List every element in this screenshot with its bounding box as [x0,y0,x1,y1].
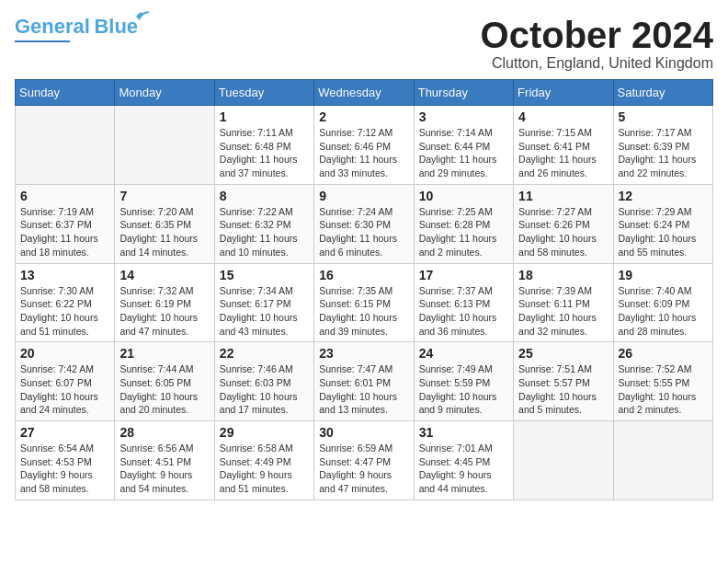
day-info: Sunrise: 7:17 AMSunset: 6:39 PMDaylight:… [619,126,708,180]
calendar-day-cell: 12Sunrise: 7:29 AMSunset: 6:24 PMDayligh… [613,184,712,263]
day-info: Sunrise: 7:15 AMSunset: 6:41 PMDaylight:… [518,126,608,180]
calendar-day-cell: 16Sunrise: 7:35 AMSunset: 6:15 PMDayligh… [314,263,414,342]
day-number: 13 [20,268,109,282]
day-info: Sunrise: 7:35 AMSunset: 6:15 PMDaylight:… [319,284,408,339]
day-number: 12 [619,189,708,203]
day-number: 8 [220,189,309,203]
calendar-day-cell: 22Sunrise: 7:46 AMSunset: 6:03 PMDayligh… [214,342,313,421]
calendar-day-cell: 3Sunrise: 7:14 AMSunset: 6:44 PMDaylight… [414,106,513,185]
weekday-header-wednesday: Wednesday [314,80,414,106]
calendar-table: SundayMondayTuesdayWednesdayThursdayFrid… [15,79,713,500]
day-number: 5 [619,109,708,124]
calendar-week-row: 6Sunrise: 7:19 AMSunset: 6:37 PMDaylight… [16,184,713,263]
day-info: Sunrise: 7:47 AMSunset: 6:01 PMDaylight:… [319,362,408,417]
calendar-day-cell: 17Sunrise: 7:37 AMSunset: 6:13 PMDayligh… [414,263,513,342]
day-number: 30 [319,425,408,440]
day-number: 16 [319,268,408,282]
day-number: 11 [518,189,608,203]
day-number: 1 [220,109,309,124]
day-info: Sunrise: 6:59 AMSunset: 4:47 PMDaylight:… [319,442,408,496]
calendar-day-cell [16,106,115,185]
calendar-day-cell: 29Sunrise: 6:58 AMSunset: 4:49 PMDayligh… [214,421,313,500]
location-subtitle: Clutton, England, United Kingdom [481,55,713,72]
calendar-day-cell: 31Sunrise: 7:01 AMSunset: 4:45 PMDayligh… [414,421,513,500]
day-number: 22 [220,346,309,361]
day-info: Sunrise: 7:49 AMSunset: 5:59 PMDaylight:… [419,362,508,417]
day-info: Sunrise: 7:40 AMSunset: 6:09 PMDaylight:… [619,284,708,339]
calendar-day-cell: 30Sunrise: 6:59 AMSunset: 4:47 PMDayligh… [314,421,414,500]
day-number: 31 [419,425,508,440]
calendar-day-cell [115,106,214,185]
weekday-header-saturday: Saturday [613,80,712,106]
calendar-day-cell: 18Sunrise: 7:39 AMSunset: 6:11 PMDayligh… [514,263,613,342]
day-info: Sunrise: 6:56 AMSunset: 4:51 PMDaylight:… [119,442,209,496]
weekday-header-sunday: Sunday [16,80,115,106]
day-info: Sunrise: 7:30 AMSunset: 6:22 PMDaylight:… [20,284,109,339]
day-number: 21 [119,346,209,361]
calendar-day-cell: 20Sunrise: 7:42 AMSunset: 6:07 PMDayligh… [16,342,115,421]
day-info: Sunrise: 7:39 AMSunset: 6:11 PMDaylight:… [518,284,608,339]
day-number: 27 [20,425,109,440]
day-info: Sunrise: 7:42 AMSunset: 6:07 PMDaylight:… [20,362,109,417]
day-number: 2 [319,109,408,124]
page-header: General Blue October 2024 Clutton, Engla… [15,15,713,72]
calendar-day-cell: 1Sunrise: 7:11 AMSunset: 6:48 PMDaylight… [214,106,313,185]
day-number: 28 [119,425,209,440]
calendar-day-cell: 24Sunrise: 7:49 AMSunset: 5:59 PMDayligh… [414,342,513,421]
logo-divider [15,40,70,42]
day-info: Sunrise: 7:44 AMSunset: 6:05 PMDaylight:… [119,362,209,417]
day-info: Sunrise: 7:46 AMSunset: 6:03 PMDaylight:… [220,362,309,417]
calendar-day-cell: 23Sunrise: 7:47 AMSunset: 6:01 PMDayligh… [314,342,414,421]
weekday-header-friday: Friday [514,80,613,106]
day-info: Sunrise: 7:34 AMSunset: 6:17 PMDaylight:… [220,284,309,339]
day-number: 15 [220,268,309,282]
day-info: Sunrise: 7:51 AMSunset: 5:57 PMDaylight:… [518,362,608,417]
title-area: October 2024 Clutton, England, United Ki… [481,15,713,72]
calendar-day-cell: 9Sunrise: 7:24 AMSunset: 6:30 PMDaylight… [314,184,414,263]
calendar-day-cell: 14Sunrise: 7:32 AMSunset: 6:19 PMDayligh… [115,263,214,342]
day-info: Sunrise: 7:20 AMSunset: 6:35 PMDaylight:… [119,205,209,259]
day-number: 24 [419,346,508,361]
day-info: Sunrise: 7:19 AMSunset: 6:37 PMDaylight:… [20,205,109,259]
calendar-day-cell [514,421,613,500]
calendar-day-cell: 4Sunrise: 7:15 AMSunset: 6:41 PMDaylight… [514,106,613,185]
calendar-day-cell: 11Sunrise: 7:27 AMSunset: 6:26 PMDayligh… [514,184,613,263]
logo-bird-icon [134,9,151,22]
day-number: 17 [419,268,508,282]
calendar-day-cell: 26Sunrise: 7:52 AMSunset: 5:55 PMDayligh… [613,342,712,421]
logo-blue-text: Blue [94,15,138,38]
day-info: Sunrise: 7:24 AMSunset: 6:30 PMDaylight:… [319,205,408,259]
day-number: 18 [518,268,608,282]
calendar-week-row: 20Sunrise: 7:42 AMSunset: 6:07 PMDayligh… [16,342,713,421]
calendar-day-cell: 19Sunrise: 7:40 AMSunset: 6:09 PMDayligh… [613,263,712,342]
calendar-day-cell: 15Sunrise: 7:34 AMSunset: 6:17 PMDayligh… [214,263,313,342]
calendar-day-cell: 25Sunrise: 7:51 AMSunset: 5:57 PMDayligh… [514,342,613,421]
calendar-day-cell: 6Sunrise: 7:19 AMSunset: 6:37 PMDaylight… [16,184,115,263]
day-number: 4 [518,109,608,124]
day-number: 10 [419,189,508,203]
day-number: 9 [319,189,408,203]
day-info: Sunrise: 7:29 AMSunset: 6:24 PMDaylight:… [619,205,708,259]
calendar-week-row: 27Sunrise: 6:54 AMSunset: 4:53 PMDayligh… [16,421,713,500]
day-info: Sunrise: 7:27 AMSunset: 6:26 PMDaylight:… [518,205,608,259]
calendar-day-cell: 8Sunrise: 7:22 AMSunset: 6:32 PMDaylight… [214,184,313,263]
calendar-day-cell: 28Sunrise: 6:56 AMSunset: 4:51 PMDayligh… [115,421,214,500]
day-number: 3 [419,109,508,124]
day-number: 23 [319,346,408,361]
calendar-day-cell: 13Sunrise: 7:30 AMSunset: 6:22 PMDayligh… [16,263,115,342]
day-info: Sunrise: 6:54 AMSunset: 4:53 PMDaylight:… [20,442,109,496]
weekday-header-row: SundayMondayTuesdayWednesdayThursdayFrid… [16,80,713,106]
day-info: Sunrise: 7:22 AMSunset: 6:32 PMDaylight:… [220,205,309,259]
day-number: 25 [518,346,608,361]
day-info: Sunrise: 7:01 AMSunset: 4:45 PMDaylight:… [419,442,508,496]
day-number: 26 [619,346,708,361]
day-number: 19 [619,268,708,282]
day-number: 6 [20,189,109,203]
day-info: Sunrise: 7:25 AMSunset: 6:28 PMDaylight:… [419,205,508,259]
day-info: Sunrise: 7:37 AMSunset: 6:13 PMDaylight:… [419,284,508,339]
day-number: 7 [119,189,209,203]
day-number: 20 [20,346,109,361]
calendar-week-row: 13Sunrise: 7:30 AMSunset: 6:22 PMDayligh… [16,263,713,342]
weekday-header-thursday: Thursday [414,80,513,106]
day-info: Sunrise: 7:52 AMSunset: 5:55 PMDaylight:… [619,362,708,417]
